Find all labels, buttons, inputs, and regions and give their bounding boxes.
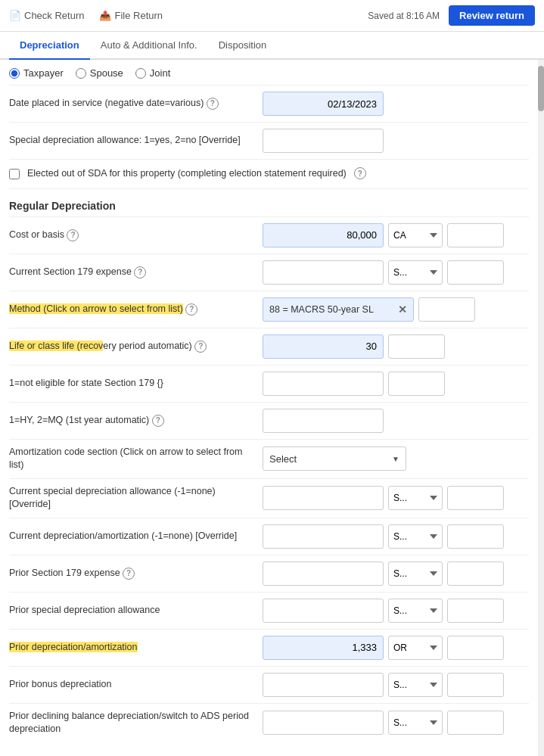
prior-sda-extra-input[interactable] <box>447 599 504 623</box>
cost-basis-input[interactable] <box>263 223 384 247</box>
cost-basis-select[interactable]: CA <box>388 223 443 247</box>
current-depreciation-label: Current depreciation/amortization (-1=no… <box>9 530 263 543</box>
prior-section179-input[interactable] <box>263 562 384 586</box>
convention-info-icon[interactable]: ? <box>152 415 164 427</box>
check-return-label: Check Return <box>24 10 84 21</box>
current-sda-label: Current special depreciation allowance (… <box>9 485 263 512</box>
life-info-icon[interactable]: ? <box>194 341 207 353</box>
prior-declining-select[interactable]: S... <box>388 711 443 735</box>
main-content: Taxpayer Spouse Joint Date placed in ser… <box>0 60 544 756</box>
file-return-link[interactable]: 📤 File Return <box>99 10 163 21</box>
sda-election-checkbox[interactable] <box>9 169 20 179</box>
current-sda-select[interactable]: S... <box>388 486 443 510</box>
check-return-icon: 📄 <box>9 10 21 21</box>
sda-input[interactable] <box>263 129 384 153</box>
life-extra-input[interactable] <box>388 334 445 359</box>
not-eligible-label: 1=not eligible for state Section 179 {} <box>9 377 263 390</box>
spouse-radio[interactable] <box>76 68 86 79</box>
tab-auto-additional[interactable]: Auto & Additional Info. <box>90 32 208 60</box>
current-sda-input[interactable] <box>263 486 384 510</box>
current-depreciation-input[interactable] <box>263 524 384 549</box>
top-bar-right: Saved at 8:16 AM Review return <box>368 5 535 26</box>
current-depreciation-select[interactable]: S... <box>388 524 443 549</box>
spouse-option[interactable]: Spouse <box>76 67 123 79</box>
review-return-button[interactable]: Review return <box>449 5 535 26</box>
top-bar: 📄 Check Return 📤 File Return Saved at 8:… <box>0 0 544 32</box>
life-row: Life or class life (recovery period auto… <box>9 328 529 365</box>
date-placed-row: Date placed in service (negative date=va… <box>9 85 529 122</box>
method-row: Method (Click on arrow to select from li… <box>9 291 529 328</box>
prior-section179-info-icon[interactable]: ? <box>123 568 135 580</box>
prior-depreciation-row: Prior depreciation/amortization OR <box>9 629 529 666</box>
current-depreciation-controls: S... <box>263 524 529 549</box>
current-section179-info-icon[interactable]: ? <box>134 266 146 278</box>
joint-radio[interactable] <box>135 68 146 79</box>
scrollbar-track[interactable] <box>538 60 544 756</box>
life-label-text: Life or class life (recovery period auto… <box>9 341 192 351</box>
life-input[interactable] <box>263 334 384 359</box>
prior-sda-input[interactable] <box>263 599 384 623</box>
prior-depreciation-select[interactable]: OR <box>388 636 443 660</box>
scrollbar-thumb[interactable] <box>538 66 544 111</box>
prior-declining-input[interactable] <box>263 711 384 735</box>
cost-basis-controls: CA <box>263 223 529 247</box>
prior-section179-extra-input[interactable] <box>447 562 504 586</box>
date-placed-input[interactable] <box>263 92 384 116</box>
cost-basis-label: Cost or basis ? <box>9 229 263 242</box>
not-eligible-controls <box>263 372 529 396</box>
not-eligible-input[interactable] <box>263 372 384 396</box>
not-eligible-row: 1=not eligible for state Section 179 {} <box>9 365 529 402</box>
current-depreciation-extra-input[interactable] <box>447 524 504 549</box>
prior-declining-extra-input[interactable] <box>447 711 504 735</box>
method-info-icon[interactable]: ? <box>185 303 197 316</box>
prior-depreciation-input[interactable] <box>263 636 384 660</box>
prior-bonus-input[interactable] <box>263 673 384 697</box>
cost-basis-info-icon[interactable]: ? <box>67 229 79 241</box>
prior-bonus-select[interactable]: S... <box>388 673 443 697</box>
prior-bonus-row: Prior bonus depreciation S... <box>9 666 529 703</box>
current-section179-controls: S... <box>263 260 529 285</box>
prior-section179-select[interactable]: S... <box>388 562 443 586</box>
date-placed-controls <box>263 92 529 116</box>
date-placed-info-icon[interactable]: ? <box>207 98 219 110</box>
method-value: 88 = MACRS 50-year SL <box>269 304 393 315</box>
amortization-controls: Select ▼ <box>263 446 529 471</box>
taxpayer-option[interactable]: Taxpayer <box>9 67 64 79</box>
tab-depreciation[interactable]: Depreciation <box>9 32 90 60</box>
file-return-icon: 📤 <box>99 10 111 21</box>
prior-bonus-extra-input[interactable] <box>447 673 504 697</box>
spouse-label: Spouse <box>90 67 123 79</box>
prior-depreciation-extra-input[interactable] <box>447 636 504 660</box>
current-sda-controls: S... <box>263 486 529 510</box>
current-section179-label: Current Section 179 expense ? <box>9 266 263 279</box>
prior-declining-controls: S... <box>263 711 529 735</box>
current-section179-select[interactable]: S... <box>388 260 443 285</box>
current-depreciation-row: Current depreciation/amortization (-1=no… <box>9 518 529 555</box>
check-return-link[interactable]: 📄 Check Return <box>9 10 84 21</box>
prior-sda-select[interactable]: S... <box>388 599 443 623</box>
amortization-select-btn[interactable]: Select ▼ <box>263 446 406 471</box>
amortization-chevron-icon: ▼ <box>392 455 399 463</box>
method-value-container[interactable]: 88 = MACRS 50-year SL ✕ <box>263 297 414 322</box>
current-section179-extra-input[interactable] <box>447 260 504 285</box>
current-sda-extra-input[interactable] <box>447 486 504 510</box>
convention-input[interactable] <box>263 409 384 433</box>
method-clear-button[interactable]: ✕ <box>398 303 407 316</box>
taxpayer-radio[interactable] <box>9 68 20 79</box>
cost-basis-extra-input[interactable] <box>447 223 504 247</box>
current-section179-row: Current Section 179 expense ? S... <box>9 254 529 291</box>
prior-section179-row: Prior Section 179 expense ? S... <box>9 555 529 592</box>
prior-bonus-controls: S... <box>263 673 529 697</box>
joint-option[interactable]: Joint <box>135 67 170 79</box>
amortization-select-label: Select <box>269 453 297 465</box>
prior-section179-label: Prior Section 179 expense ? <box>9 567 263 580</box>
tab-disposition[interactable]: Disposition <box>208 32 278 60</box>
current-section179-input[interactable] <box>263 260 384 285</box>
method-extra-input[interactable] <box>418 297 475 322</box>
tab-bar: Depreciation Auto & Additional Info. Dis… <box>0 32 544 60</box>
prior-sda-label: Prior special depreciation allowance <box>9 604 263 618</box>
sda-election-info-icon[interactable]: ? <box>354 167 366 179</box>
not-eligible-extra-input[interactable] <box>388 372 445 396</box>
joint-label: Joint <box>150 67 170 79</box>
cost-basis-row: Cost or basis ? CA <box>9 216 529 254</box>
